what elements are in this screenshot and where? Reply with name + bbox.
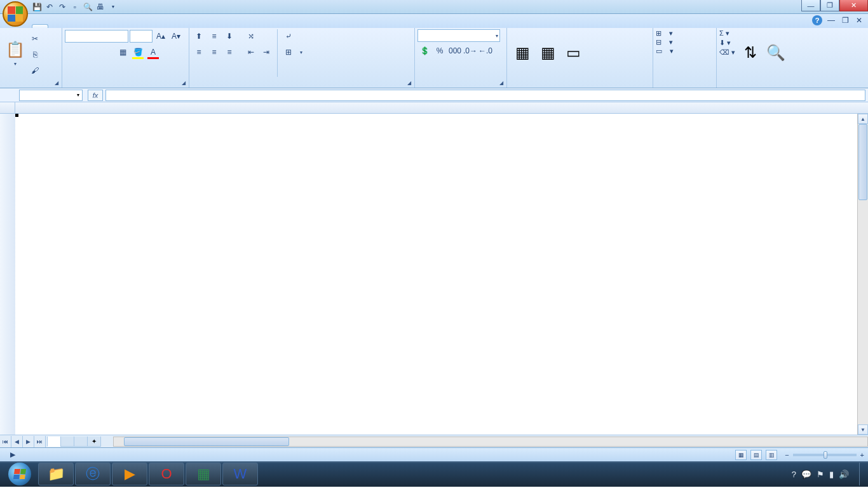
delete-cells-button[interactable]: ⊟ ▾ <box>656 38 714 46</box>
task-ie-icon[interactable]: ⓔ <box>75 463 111 485</box>
task-excel-icon[interactable]: ▦ <box>186 463 221 485</box>
sheet-nav-last-icon[interactable]: ⏭ <box>34 436 46 447</box>
sheet-tab-1[interactable] <box>47 437 61 447</box>
sheet-new-icon[interactable]: ✦ <box>87 437 101 447</box>
print-preview-icon[interactable]: 🔍 <box>83 2 93 12</box>
qat-icon[interactable]: ▫ <box>70 2 80 12</box>
insert-cells-button[interactable]: ⊞ ▾ <box>656 29 714 37</box>
copy-icon[interactable]: ⎘ <box>28 48 42 61</box>
show-desktop-button[interactable] <box>859 463 865 485</box>
view-page-layout-icon[interactable]: ▤ <box>750 450 762 460</box>
align-top-icon[interactable]: ⬆ <box>192 29 206 43</box>
merge-center-button[interactable]: ⊞ ▾ <box>281 45 302 59</box>
maximize-button[interactable]: ❐ <box>820 0 839 11</box>
vscroll-thumb[interactable] <box>858 124 867 200</box>
font-color-icon[interactable]: A <box>146 45 160 59</box>
decrease-indent-icon[interactable]: ⇤ <box>244 45 258 59</box>
decrease-decimal-icon[interactable]: ←.0 <box>478 44 492 58</box>
shrink-font-icon[interactable]: A▾ <box>169 29 183 43</box>
number-format-select[interactable]: ▾ <box>417 29 500 42</box>
scroll-up-icon[interactable]: ▲ <box>858 114 868 124</box>
font-size-select[interactable] <box>130 30 153 43</box>
cell-styles-button[interactable]: ▭ <box>560 29 586 77</box>
mdi-restore-icon[interactable]: ❐ <box>840 15 850 25</box>
hscroll-thumb[interactable] <box>124 437 289 446</box>
vertical-scrollbar[interactable]: ▲ ▼ <box>857 114 868 435</box>
macro-record-icon[interactable]: ▶ <box>10 451 15 459</box>
align-middle-icon[interactable]: ≡ <box>207 29 221 43</box>
italic-button[interactable] <box>80 45 94 59</box>
currency-icon[interactable]: 💲 <box>417 44 431 58</box>
view-normal-icon[interactable]: ▦ <box>735 450 747 460</box>
conditional-formatting-button[interactable]: ▦ <box>510 29 535 77</box>
autosum-icon[interactable]: Σ ▾ <box>719 29 735 37</box>
align-left-icon[interactable]: ≡ <box>192 45 206 59</box>
zoom-slider[interactable] <box>793 454 857 456</box>
save-icon[interactable]: 💾 <box>32 2 42 12</box>
align-right-icon[interactable]: ≡ <box>222 45 236 59</box>
task-opera-icon[interactable]: O <box>149 463 184 485</box>
minimize-button[interactable]: — <box>801 0 820 11</box>
tray-chat-icon[interactable]: 💬 <box>801 470 811 479</box>
help-icon[interactable]: ? <box>812 15 822 25</box>
increase-indent-icon[interactable]: ⇥ <box>259 45 273 59</box>
undo-icon[interactable]: ↶ <box>44 2 55 12</box>
bold-button[interactable] <box>65 45 79 59</box>
sheet-tab-2[interactable] <box>60 437 74 447</box>
underline-button[interactable] <box>95 45 109 59</box>
format-painter-icon[interactable]: 🖌 <box>28 64 42 77</box>
border-icon[interactable]: ▦ <box>116 45 130 59</box>
font-launcher-icon[interactable]: ◢ <box>180 79 187 86</box>
task-explorer-icon[interactable]: 📁 <box>38 463 74 485</box>
sheet-nav-prev-icon[interactable]: ◀ <box>11 436 23 447</box>
find-select-button[interactable]: 🔍 <box>763 29 789 77</box>
format-as-table-button[interactable]: ▦ <box>535 29 560 77</box>
orientation-icon[interactable]: ⤭ <box>244 29 258 43</box>
sheet-nav-first-icon[interactable]: ⏮ <box>0 436 11 447</box>
quick-print-icon[interactable]: 🖶 <box>95 2 105 12</box>
task-word-icon[interactable]: W <box>222 463 258 485</box>
align-bottom-icon[interactable]: ⬇ <box>222 29 236 43</box>
fx-button[interactable]: fx <box>88 90 103 101</box>
view-page-break-icon[interactable]: ▥ <box>766 450 777 460</box>
grow-font-icon[interactable]: A▴ <box>154 29 168 43</box>
format-cells-button[interactable]: ▭ ▾ <box>656 47 714 55</box>
tray-volume-icon[interactable]: 🔊 <box>839 470 849 479</box>
mdi-minimize-icon[interactable]: — <box>826 15 836 25</box>
clipboard-launcher-icon[interactable]: ◢ <box>53 79 60 86</box>
qat-more-icon[interactable]: ▾ <box>108 2 118 12</box>
tray-help-icon[interactable]: ? <box>792 470 796 479</box>
zoom-out-icon[interactable]: − <box>785 451 789 459</box>
task-media-icon[interactable]: ▶ <box>112 463 147 485</box>
sheet-nav-next-icon[interactable]: ▶ <box>23 436 34 447</box>
office-button[interactable] <box>3 1 28 27</box>
fill-color-icon[interactable]: 🪣 <box>131 45 145 59</box>
number-launcher-icon[interactable]: ◢ <box>498 79 505 86</box>
zoom-in-icon[interactable]: + <box>860 451 864 459</box>
cells-area[interactable] <box>15 114 868 435</box>
paste-button[interactable]: 📋 ▾ <box>3 29 28 77</box>
fill-icon[interactable]: ⬇ ▾ <box>719 39 735 47</box>
redo-icon[interactable]: ↷ <box>57 2 67 12</box>
comma-icon[interactable]: 000 <box>448 44 462 58</box>
clear-icon[interactable]: ⌫ ▾ <box>719 48 735 57</box>
percent-icon[interactable]: % <box>433 44 447 58</box>
font-name-select[interactable] <box>65 30 128 43</box>
align-center-icon[interactable]: ≡ <box>207 45 221 59</box>
sort-filter-button[interactable]: ⇅ <box>738 29 763 77</box>
cut-icon[interactable]: ✂ <box>28 32 42 45</box>
mdi-close-icon[interactable]: ✕ <box>854 15 864 25</box>
close-button[interactable]: ✕ <box>839 0 868 11</box>
tray-network-icon[interactable]: ▮ <box>829 470 834 479</box>
name-box[interactable]: ▾ <box>19 90 83 101</box>
formula-input[interactable] <box>105 90 865 101</box>
start-button[interactable] <box>3 463 37 485</box>
sheet-tab-3[interactable] <box>74 437 88 447</box>
increase-decimal-icon[interactable]: .0→ <box>463 44 477 58</box>
scroll-down-icon[interactable]: ▼ <box>858 424 868 435</box>
select-all-corner[interactable] <box>0 102 15 113</box>
tray-flag-icon[interactable]: ⚑ <box>817 470 824 479</box>
alignment-launcher-icon[interactable]: ◢ <box>405 79 413 86</box>
horizontal-scrollbar[interactable] <box>113 437 868 447</box>
wrap-text-button[interactable]: ⤶ <box>281 29 302 43</box>
